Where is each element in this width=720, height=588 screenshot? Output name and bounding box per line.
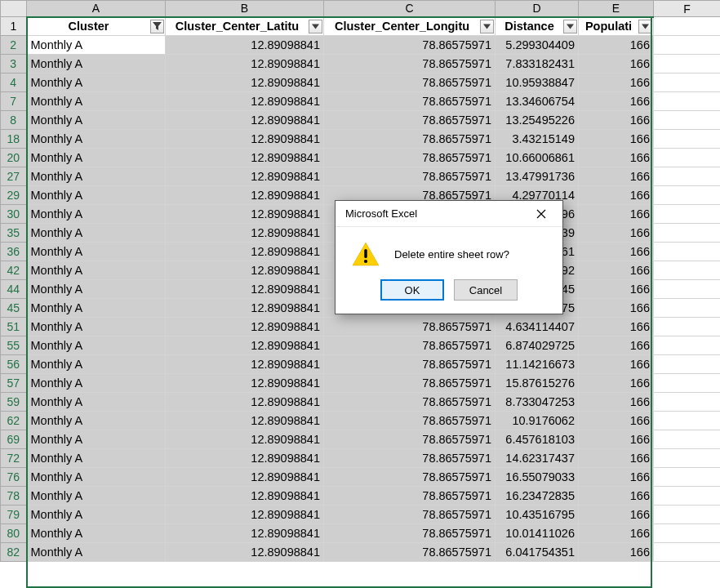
cell[interactable] (654, 336, 721, 355)
cell[interactable]: 10.01411026 (496, 524, 579, 543)
cell[interactable]: Monthly A (27, 280, 166, 299)
cell[interactable]: 16.55079033 (496, 468, 579, 487)
cell[interactable] (654, 299, 721, 318)
cell[interactable]: 12.89098841 (166, 280, 324, 299)
cell[interactable]: 13.47991736 (496, 167, 579, 186)
ok-button[interactable]: OK (380, 279, 444, 301)
row-header[interactable]: 59 (1, 393, 27, 412)
cell[interactable]: 166 (579, 55, 654, 74)
cell[interactable]: Monthly A (27, 524, 166, 543)
cell[interactable] (654, 55, 721, 74)
cell[interactable]: Monthly A (27, 36, 166, 55)
cell[interactable]: Monthly A (27, 92, 166, 111)
cell[interactable]: 166 (579, 468, 654, 487)
cell[interactable]: 166 (579, 487, 654, 506)
cell[interactable]: 166 (579, 167, 654, 186)
close-icon[interactable] (527, 203, 556, 225)
cell[interactable]: 10.9176062 (496, 412, 579, 430)
cell[interactable]: 78.86575971 (324, 111, 496, 130)
cell[interactable]: 12.89098841 (166, 355, 324, 374)
cell[interactable] (654, 543, 721, 562)
cell[interactable]: 78.86575971 (324, 355, 496, 374)
cell[interactable]: 166 (579, 224, 654, 243)
row-header[interactable]: 30 (1, 205, 27, 224)
header-cell-d[interactable]: Distance (496, 17, 579, 36)
column-header-d[interactable]: D (496, 1, 579, 17)
cell[interactable] (654, 243, 721, 261)
cell[interactable]: Monthly A (27, 449, 166, 468)
cell[interactable]: 166 (579, 130, 654, 149)
dialog-titlebar[interactable]: Microsoft Excel (336, 201, 562, 227)
column-header-b[interactable]: B (166, 1, 324, 17)
row-header[interactable]: 69 (1, 430, 27, 449)
cell[interactable]: 166 (579, 412, 654, 430)
cell[interactable]: 78.86575971 (324, 149, 496, 167)
cell[interactable]: Monthly A (27, 468, 166, 487)
cell[interactable] (654, 280, 721, 299)
cell[interactable]: 12.89098841 (166, 487, 324, 506)
cell[interactable] (654, 74, 721, 92)
cell[interactable]: Monthly A (27, 55, 166, 74)
cell[interactable]: 6.457618103 (496, 430, 579, 449)
cell[interactable] (654, 393, 721, 412)
cell[interactable] (654, 205, 721, 224)
row-header[interactable]: 51 (1, 318, 27, 336)
cell[interactable]: 166 (579, 318, 654, 336)
cell[interactable]: 12.89098841 (166, 374, 324, 393)
cell[interactable]: Monthly A (27, 318, 166, 336)
cell[interactable]: Monthly A (27, 299, 166, 318)
cell[interactable]: 166 (579, 449, 654, 468)
row-header[interactable]: 78 (1, 487, 27, 506)
column-header-f[interactable]: F (654, 1, 721, 17)
cell[interactable] (654, 36, 721, 55)
row-header[interactable]: 18 (1, 130, 27, 149)
row-header[interactable]: 3 (1, 55, 27, 74)
cell[interactable] (654, 487, 721, 506)
cell[interactable]: 6.874029725 (496, 336, 579, 355)
cell[interactable]: 166 (579, 393, 654, 412)
row-header[interactable]: 76 (1, 468, 27, 487)
cell[interactable]: Monthly A (27, 130, 166, 149)
cell[interactable]: 78.86575971 (324, 92, 496, 111)
cell[interactable] (654, 374, 721, 393)
cell[interactable]: 166 (579, 149, 654, 167)
cell[interactable]: 12.89098841 (166, 261, 324, 280)
cell[interactable]: 166 (579, 430, 654, 449)
header-cell-e[interactable]: Populati (579, 17, 654, 36)
column-header-e[interactable]: E (579, 1, 654, 17)
cell[interactable]: Monthly A (27, 506, 166, 524)
row-header[interactable]: 44 (1, 280, 27, 299)
cell[interactable]: 12.89098841 (166, 36, 324, 55)
cell[interactable]: 78.86575971 (324, 430, 496, 449)
cell[interactable]: Monthly A (27, 487, 166, 506)
cell[interactable]: 12.89098841 (166, 430, 324, 449)
cell[interactable] (654, 355, 721, 374)
cell[interactable]: Monthly A (27, 149, 166, 167)
cell[interactable]: 166 (579, 36, 654, 55)
select-all-corner[interactable] (1, 1, 27, 17)
cell[interactable]: 12.89098841 (166, 449, 324, 468)
cell[interactable]: Monthly A (27, 111, 166, 130)
row-header[interactable]: 82 (1, 543, 27, 562)
cell[interactable] (654, 506, 721, 524)
cell[interactable]: 166 (579, 355, 654, 374)
cell[interactable]: Monthly A (27, 374, 166, 393)
cell[interactable]: 16.23472835 (496, 487, 579, 506)
cell[interactable]: 12.89098841 (166, 468, 324, 487)
cell[interactable] (654, 261, 721, 280)
filter-dropdown-icon[interactable] (309, 20, 322, 33)
cell[interactable]: 12.89098841 (166, 74, 324, 92)
row-header[interactable]: 62 (1, 412, 27, 430)
cell[interactable]: 78.86575971 (324, 55, 496, 74)
row-header[interactable]: 79 (1, 506, 27, 524)
cell[interactable] (654, 224, 721, 243)
cell[interactable]: 7.833182431 (496, 55, 579, 74)
cell[interactable]: 10.95938847 (496, 74, 579, 92)
cell[interactable] (654, 149, 721, 167)
cell[interactable]: 78.86575971 (324, 449, 496, 468)
filter-dropdown-icon[interactable] (563, 20, 577, 33)
cell[interactable]: 12.89098841 (166, 130, 324, 149)
cell[interactable]: 4.634114407 (496, 318, 579, 336)
cell[interactable]: 12.89098841 (166, 55, 324, 74)
row-header[interactable]: 8 (1, 111, 27, 130)
